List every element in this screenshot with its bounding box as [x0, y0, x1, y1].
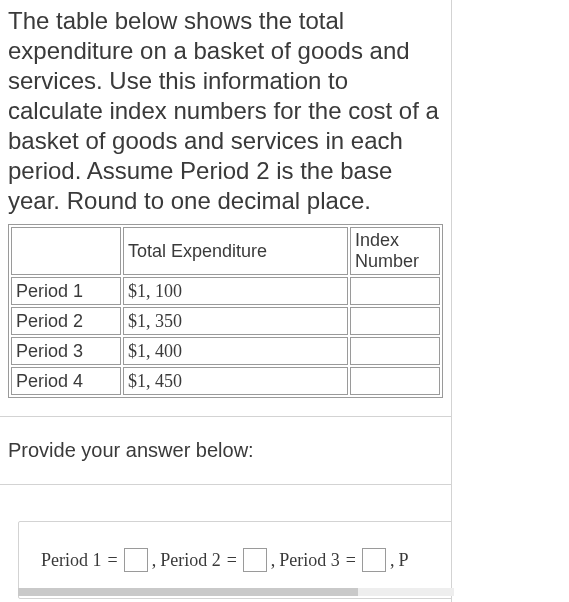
- equals-sign: =: [346, 550, 356, 571]
- header-index: Index Number: [350, 227, 440, 275]
- cell-period: Period 4: [11, 367, 121, 395]
- horizontal-scrollbar[interactable]: [18, 588, 454, 596]
- period1-input[interactable]: [124, 548, 148, 572]
- data-table-wrap: Total Expenditure Index Number Period 1 …: [0, 224, 451, 416]
- answer-line: Period 1 = , Period 2 = , Period 3 = , P: [41, 548, 449, 572]
- period2-label: Period 2: [160, 550, 221, 571]
- comma: ,: [152, 550, 157, 571]
- cell-period: Period 3: [11, 337, 121, 365]
- table-header-row: Total Expenditure Index Number: [11, 227, 440, 275]
- period1-label: Period 1: [41, 550, 102, 571]
- cell-index: [350, 337, 440, 365]
- equals-sign: =: [108, 550, 118, 571]
- cell-index: [350, 307, 440, 335]
- cell-expenditure: $1, 350: [123, 307, 348, 335]
- cell-expenditure: $1, 450: [123, 367, 348, 395]
- question-text: The table below shows the total expendit…: [0, 0, 451, 224]
- comma: ,: [271, 550, 276, 571]
- cell-period: Period 2: [11, 307, 121, 335]
- data-table: Total Expenditure Index Number Period 1 …: [8, 224, 443, 398]
- header-expenditure: Total Expenditure: [123, 227, 348, 275]
- question-panel: The table below shows the total expendit…: [0, 0, 452, 602]
- period4-label-truncated: P: [398, 550, 408, 571]
- header-period: [11, 227, 121, 275]
- cell-index: [350, 367, 440, 395]
- scrollbar-thumb[interactable]: [18, 588, 358, 596]
- period3-label: Period 3: [279, 550, 340, 571]
- table-row: Period 4 $1, 450: [11, 367, 440, 395]
- table-row: Period 2 $1, 350: [11, 307, 440, 335]
- cell-period: Period 1: [11, 277, 121, 305]
- cell-expenditure: $1, 100: [123, 277, 348, 305]
- table-row: Period 3 $1, 400: [11, 337, 440, 365]
- period2-input[interactable]: [243, 548, 267, 572]
- cell-index: [350, 277, 440, 305]
- table-row: Period 1 $1, 100: [11, 277, 440, 305]
- period3-input[interactable]: [362, 548, 386, 572]
- cell-expenditure: $1, 400: [123, 337, 348, 365]
- equals-sign: =: [227, 550, 237, 571]
- answer-prompt: Provide your answer below:: [0, 416, 451, 485]
- comma: ,: [390, 550, 395, 571]
